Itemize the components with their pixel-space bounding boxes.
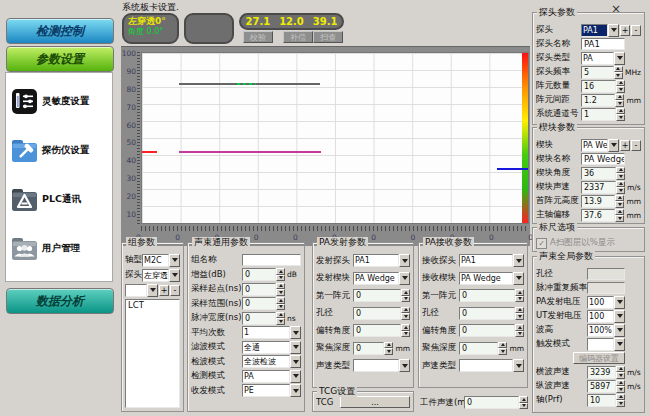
add-group-button[interactable]: + <box>159 285 169 296</box>
data-analysis-button[interactable]: 数据分析 <box>6 288 114 314</box>
spin-down-icon[interactable] <box>616 386 625 393</box>
tx-velocity-type-select[interactable] <box>353 359 410 372</box>
wedge-select[interactable]: PA Wedge <box>581 139 619 152</box>
spin-down-icon[interactable] <box>515 313 524 320</box>
probe-frequency-stepper[interactable]: 5 <box>581 66 623 79</box>
sidebar-item-sensitivity[interactable]: 灵敏度设置 <box>6 77 112 126</box>
trigger-mode-select[interactable] <box>587 338 625 351</box>
spin-down-icon[interactable] <box>401 331 410 338</box>
tx-aperture-stepper[interactable]: 0 <box>353 307 410 320</box>
wedge-angle-stepper[interactable]: 36 <box>581 167 625 180</box>
dropdown-arrow-icon[interactable] <box>614 296 625 309</box>
group-spare-select[interactable] <box>125 284 158 297</box>
spin-down-icon[interactable] <box>401 313 410 320</box>
tx-probe-select[interactable]: PA1 <box>353 254 410 267</box>
tx-first-element-stepper[interactable]: 0 <box>353 289 410 302</box>
add-probe-button[interactable]: + <box>620 25 630 36</box>
spin-down-icon[interactable] <box>276 318 285 325</box>
gain-stepper[interactable]: 0 <box>242 268 285 281</box>
detect-mode-select[interactable]: PA <box>242 370 301 383</box>
wedge-velocity-stepper[interactable]: 2337 <box>581 181 625 194</box>
spin-down-icon[interactable] <box>615 215 624 222</box>
rx-steer-angle-stepper[interactable]: 0 <box>459 324 524 337</box>
cal-button[interactable]: 扫查 <box>313 31 343 43</box>
spin-down-icon[interactable] <box>616 187 625 194</box>
spin-down-icon[interactable] <box>616 400 625 407</box>
spin-down-icon[interactable] <box>276 304 285 311</box>
tx-steer-angle-stepper[interactable]: 0 <box>353 324 410 337</box>
element-count-stepper[interactable]: 16 <box>581 80 625 93</box>
spin-down-icon[interactable] <box>515 296 524 303</box>
spin-down-icon[interactable] <box>498 348 507 355</box>
average-count-select[interactable]: 1 <box>242 326 301 339</box>
spin-down-icon[interactable] <box>616 114 625 121</box>
sidebar-item-flaw-detector[interactable]: 探伤仪设置 <box>6 126 112 175</box>
tx-wedge-select[interactable]: PA Wedge <box>353 272 410 285</box>
dropdown-arrow-icon[interactable] <box>614 310 625 323</box>
dropdown-arrow-icon[interactable] <box>608 139 619 152</box>
dropdown-arrow-icon[interactable] <box>399 272 410 285</box>
trx-mode-select[interactable]: PE <box>242 384 301 397</box>
spin-down-icon[interactable] <box>616 86 625 93</box>
dropdown-arrow-icon[interactable] <box>290 355 301 368</box>
dropdown-arrow-icon[interactable] <box>614 324 625 337</box>
list-item[interactable]: LCT <box>126 300 179 311</box>
group-name-field[interactable] <box>242 254 301 266</box>
dropdown-arrow-icon[interactable] <box>513 272 524 285</box>
probe-select[interactable]: PA1 <box>581 24 619 37</box>
system-channel-stepper[interactable]: 1 <box>581 108 625 121</box>
spin-down-icon[interactable] <box>615 201 624 208</box>
dropdown-arrow-icon[interactable] <box>608 24 619 37</box>
tx-focus-depth-stepper[interactable]: 0 <box>353 342 393 355</box>
axis-offset-stepper[interactable]: 37.6 <box>581 209 624 222</box>
spin-down-icon[interactable] <box>276 289 285 296</box>
ut-voltage-select[interactable]: 100 <box>587 310 625 323</box>
spin-down-icon[interactable] <box>616 372 625 379</box>
remove-probe-button[interactable]: - <box>631 25 641 36</box>
rx-focus-depth-stepper[interactable]: 0 <box>459 342 507 355</box>
dropdown-arrow-icon[interactable] <box>614 338 625 351</box>
sidebar-item-users[interactable]: 用户管理 <box>6 224 112 273</box>
rx-wedge-select[interactable]: PA Wedge <box>459 272 524 285</box>
parameter-settings-button[interactable]: 参数设置 <box>6 46 114 72</box>
group-list[interactable]: LCT <box>125 299 180 408</box>
filter-mode-select[interactable]: 全通 <box>242 341 301 354</box>
cal-button[interactable]: 校验 <box>243 31 273 43</box>
tcg-edit-button[interactable]: ... <box>340 396 410 408</box>
dropdown-arrow-icon[interactable] <box>290 370 301 383</box>
dropdown-arrow-icon[interactable] <box>290 341 301 354</box>
remove-wedge-button[interactable]: - <box>631 140 641 151</box>
spin-down-icon[interactable] <box>401 296 410 303</box>
dropdown-arrow-icon[interactable] <box>169 254 180 267</box>
dropdown-arrow-icon[interactable] <box>147 284 158 297</box>
spin-down-icon[interactable] <box>519 403 528 410</box>
workpiece-velocity-stepper[interactable]: 0 <box>464 396 528 409</box>
spin-down-icon[interactable] <box>615 100 624 107</box>
wave-height-select[interactable]: 100% <box>587 324 625 337</box>
encoder-settings-button[interactable]: 编码器设置 <box>573 352 625 364</box>
spin-down-icon[interactable] <box>384 348 393 355</box>
rx-probe-select[interactable]: PA1 <box>459 254 524 267</box>
rx-aperture-stepper[interactable]: 0 <box>459 307 524 320</box>
dropdown-arrow-icon[interactable] <box>614 52 625 65</box>
dropdown-arrow-icon[interactable] <box>169 269 180 282</box>
group-probe-select[interactable]: 左穿透0° <box>142 269 180 282</box>
add-wedge-button[interactable]: + <box>620 140 630 151</box>
spin-down-icon[interactable] <box>515 331 524 338</box>
sample-start-stepper[interactable]: 0 <box>242 283 285 296</box>
pa-voltage-select[interactable]: 100 <box>587 296 625 309</box>
probe-name-field[interactable]: PA1 <box>581 38 625 50</box>
probe-type-select[interactable]: PA <box>581 52 625 65</box>
sample-range-stepper[interactable]: 0 <box>242 297 285 310</box>
rx-first-element-stepper[interactable]: 0 <box>459 289 524 302</box>
detect-control-button[interactable]: 检测控制 <box>6 18 114 44</box>
rx-velocity-type-select[interactable] <box>459 359 524 372</box>
wedge-name-field[interactable]: PA Wedge <box>581 153 625 165</box>
longitudinal-velocity-stepper[interactable]: 5897 <box>587 380 625 393</box>
axis-type-select[interactable]: M2C <box>142 254 180 267</box>
checkbox-icon[interactable]: ✓ <box>536 238 547 249</box>
dropdown-arrow-icon[interactable] <box>399 254 410 267</box>
pulse-width-stepper[interactable]: 0 <box>242 312 285 325</box>
shear-velocity-stepper[interactable]: 3239 <box>587 366 625 379</box>
rectification-mode-select[interactable]: 全波检波 <box>242 355 301 368</box>
